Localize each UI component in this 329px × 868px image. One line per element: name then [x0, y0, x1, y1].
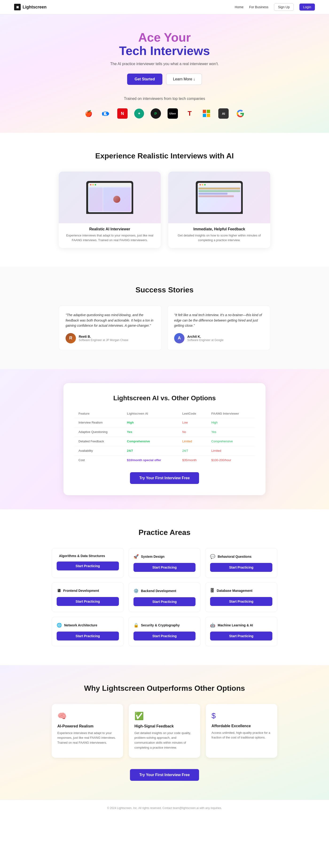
- meta-logo: [100, 108, 111, 119]
- practice-icon: 🔒: [133, 623, 139, 628]
- practice-icon: 🗄: [210, 588, 214, 593]
- story-card-1: "The adaptive questioning was mind-blowi…: [59, 306, 162, 350]
- why-card: ✅ High-Signal Feedback Get detailed insi…: [129, 704, 200, 758]
- trained-label: Trained on interviewers from top tech co…: [9, 97, 320, 101]
- why-card-title: AI-Powered Realism: [57, 724, 118, 728]
- why-icon: 🧠: [57, 711, 118, 720]
- tesla-logo: T: [185, 108, 195, 119]
- practice-cta-button[interactable]: Start Practicing: [57, 561, 119, 570]
- table-row: Interview Realism High Low High: [75, 418, 254, 427]
- why-card-desc: Access unlimited, high-quality practice …: [211, 731, 272, 740]
- practice-card: 💬 Behavioral Questions Start Practicing: [205, 548, 277, 578]
- cell-feature: Cost: [75, 455, 123, 465]
- cell-feature: Availability: [75, 446, 123, 455]
- nav-link-business[interactable]: For Business: [249, 5, 268, 9]
- avatar-archit: A: [174, 333, 185, 343]
- laptop-mockup-1: [86, 181, 133, 214]
- author-info-1: Reeti B. Software Engineer at JP Morgan …: [79, 335, 128, 342]
- practice-card-header: 🖥 Frontend Development: [57, 588, 119, 593]
- practice-label: Frontend Development: [63, 589, 99, 592]
- navbar: ▣ Lightscreen Home For Business Sign Up …: [0, 0, 329, 14]
- footer-text: © 2024 Lightscreen, Inc. All rights rese…: [14, 806, 315, 810]
- author-role-1: Software Engineer at JP Morgan Chase: [79, 338, 128, 342]
- story-quote-1: "The adaptive questioning was mind-blowi…: [66, 312, 155, 328]
- feature-card-2: Immediate, Helpful Feedback Get detailed…: [168, 172, 270, 248]
- practice-cta-button[interactable]: Start Practicing: [133, 597, 196, 606]
- why-card-desc: Experience interviews that adapt to your…: [57, 731, 118, 745]
- svg-point-1: [153, 111, 159, 117]
- practice-label: Algorithms & Data Structures: [59, 554, 105, 558]
- table-row: Adaptive Questioning Yes No Yes: [75, 427, 254, 436]
- feature-screenshot-1: [59, 172, 161, 223]
- login-button[interactable]: Login: [299, 3, 315, 10]
- practice-cta-button[interactable]: Start Practicing: [133, 631, 196, 641]
- comparison-table-body: Interview Realism High Low High Adaptive…: [75, 418, 254, 465]
- nav-links: Home For Business Sign Up Login: [235, 3, 315, 11]
- practice-cta-button[interactable]: Start Practicing: [210, 597, 272, 606]
- practice-card: 🖥 Frontend Development Start Practicing: [52, 582, 124, 612]
- practice-card-header: Algorithms & Data Structures: [57, 554, 119, 558]
- table-row: Detailed Feedback Comprehensive Limited …: [75, 436, 254, 446]
- why-cta: Try Your First Interview Free: [14, 769, 315, 781]
- hero-buttons: Get Started Learn More ↓: [9, 73, 320, 85]
- practice-icon: 🚀: [133, 554, 139, 559]
- cell-ls: 24/7: [123, 446, 178, 455]
- why-card: $ Affordable Excellence Access unlimited…: [206, 704, 277, 758]
- why-section: Why Lightscreen Outperforms Other Option…: [0, 665, 329, 800]
- practice-card-header: ⚙️ Backend Development: [133, 588, 196, 593]
- comparison-box: Lightscreen AI vs. Other Options Feature…: [63, 383, 266, 495]
- cell-faang: $100-200/hour: [207, 455, 254, 465]
- why-cta-button[interactable]: Try Your First Interview Free: [130, 769, 199, 781]
- comparison-cta-button[interactable]: Try Your First Interview Free: [130, 472, 199, 484]
- cell-ls: Yes: [123, 427, 178, 436]
- practice-cta-button[interactable]: Start Practicing: [210, 563, 272, 572]
- comparison-cta: Try Your First Interview Free: [75, 472, 254, 484]
- learn-more-button[interactable]: Learn More ↓: [166, 73, 202, 85]
- author-name-2: Archit K.: [187, 335, 224, 338]
- nav-link-home[interactable]: Home: [235, 5, 243, 9]
- robinhood-logo: [151, 108, 161, 119]
- get-started-button[interactable]: Get Started: [127, 73, 162, 85]
- cell-faang: Limited: [207, 446, 254, 455]
- feature-desc-2: Get detailed insights on how to score hi…: [168, 233, 270, 242]
- author-role-2: Software Engineer at Google: [187, 338, 224, 342]
- practice-card-header: 🌐 Network Architecture: [57, 623, 119, 628]
- practice-label: Backend Development: [141, 589, 176, 593]
- practice-card: 🤖 Machine Learning & AI Start Practicing: [205, 617, 277, 646]
- practice-icon: 🖥: [57, 588, 61, 593]
- practice-card-header: 🗄 Database Management: [210, 588, 272, 593]
- stories-grid: "The adaptive questioning was mind-blowi…: [59, 306, 270, 350]
- cell-ls: High: [123, 418, 178, 427]
- cell-ls: $10/month special offer: [123, 455, 178, 465]
- hero-subheadline: The AI practice interviewer tells you wh…: [9, 62, 320, 66]
- story-card-2: "It felt like a real tech interview. It'…: [167, 306, 270, 350]
- practice-card-header: 🚀 System Design: [133, 554, 196, 559]
- practice-card: 🔒 Security & Cryptography Start Practici…: [129, 617, 201, 646]
- openai-logo: ✦: [134, 108, 144, 119]
- practice-section: Practice Areas Algorithms & Data Structu…: [0, 509, 329, 665]
- features-grid: Realistic AI Interviewer Experience inte…: [59, 172, 270, 248]
- logo[interactable]: ▣ Lightscreen: [14, 4, 46, 10]
- cell-faang: Yes: [207, 427, 254, 436]
- comparison-table: Feature Lightscreen AI LeetCode FAANG In…: [75, 409, 254, 465]
- practice-cta-button[interactable]: Start Practicing: [133, 563, 196, 572]
- table-row: Cost $10/month special offer $35/month $…: [75, 455, 254, 465]
- comparison-title: Lightscreen AI vs. Other Options: [75, 394, 254, 402]
- practice-cta-button[interactable]: Start Practicing: [210, 631, 272, 641]
- feature-desc-1: Experience interviews that adapt to your…: [59, 233, 161, 242]
- laptop-screen-2: [198, 183, 241, 212]
- signup-button[interactable]: Sign Up: [274, 3, 294, 11]
- cell-ls: Comprehensive: [123, 436, 178, 446]
- practice-cta-button[interactable]: Start Practicing: [57, 631, 119, 641]
- practice-cta-button[interactable]: Start Practicing: [57, 597, 119, 606]
- footer: © 2024 Lightscreen, Inc. All rights rese…: [0, 800, 329, 816]
- practice-icon: 🌐: [57, 623, 62, 628]
- why-card: 🧠 AI-Powered Realism Experience intervie…: [52, 704, 123, 758]
- practice-card: ⚙️ Backend Development Start Practicing: [129, 582, 201, 612]
- practice-card-header: 🔒 Security & Cryptography: [133, 623, 196, 628]
- logo-icon: ▣: [14, 4, 21, 10]
- hero-section: Ace Your Tech Interviews The AI practice…: [0, 14, 329, 133]
- practice-label: Behavioral Questions: [218, 555, 252, 558]
- microsoft-logo: [201, 108, 212, 119]
- col-header-ls: Lightscreen AI: [123, 409, 178, 418]
